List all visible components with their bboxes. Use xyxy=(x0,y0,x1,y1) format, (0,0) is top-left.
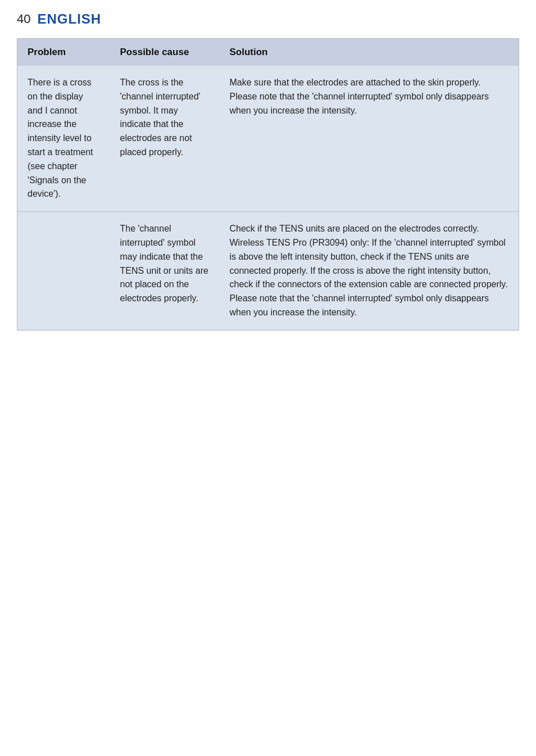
page-header: 40 ENGLISH xyxy=(17,11,519,27)
cell-solution-2: Check if the TENS units are placed on th… xyxy=(220,212,519,331)
table-row: The 'channel interrupted' symbol may ind… xyxy=(17,212,519,331)
main-table: Problem Possible cause Solution There is… xyxy=(17,38,519,331)
cell-problem-2 xyxy=(17,212,110,331)
table-row: There is a cross on the display and I ca… xyxy=(17,66,519,212)
col-header-solution: Solution xyxy=(220,39,519,66)
cell-solution-1: Make sure that the electrodes are attach… xyxy=(220,66,519,212)
cell-problem-1: There is a cross on the display and I ca… xyxy=(17,66,110,212)
table-header: Problem Possible cause Solution xyxy=(17,39,519,66)
cell-cause-1: The cross is the 'channel interrupted' s… xyxy=(110,66,220,212)
col-header-cause: Possible cause xyxy=(110,39,220,66)
col-header-problem: Problem xyxy=(17,39,110,66)
page-title: ENGLISH xyxy=(37,11,101,27)
table-body: There is a cross on the display and I ca… xyxy=(17,66,519,330)
page-number: 40 xyxy=(17,12,30,26)
cell-cause-2: The 'channel interrupted' symbol may ind… xyxy=(110,212,220,331)
